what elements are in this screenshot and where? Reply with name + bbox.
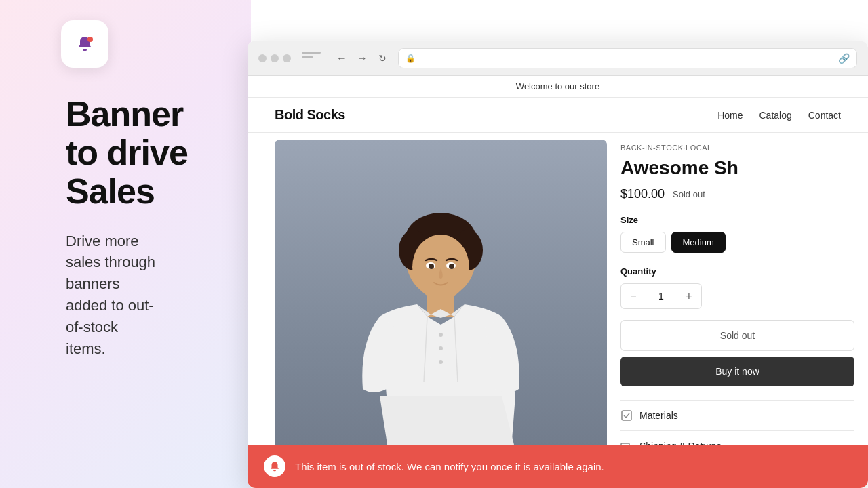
size-label: Size	[620, 215, 854, 225]
store-logo: Bold Socks	[275, 107, 345, 123]
svg-point-15	[449, 264, 454, 269]
refresh-button[interactable]: ↻	[375, 51, 390, 66]
sold-out-button: Sold out	[620, 320, 854, 351]
bell-icon	[73, 32, 97, 56]
quantity-value: 1	[646, 291, 677, 302]
quantity-label: Quantity	[620, 266, 854, 277]
svg-point-7	[412, 235, 469, 300]
banner-text: Welcome to our store	[516, 81, 599, 92]
svg-point-10	[439, 346, 443, 350]
size-options: Small Medium	[620, 232, 854, 253]
size-medium-button[interactable]: Medium	[671, 232, 726, 253]
store-navigation: Bold Socks Home Catalog Contact	[248, 98, 868, 133]
bell-svg	[269, 460, 281, 472]
nav-link-home[interactable]: Home	[717, 110, 743, 121]
notification-banner: This item is out of stock. We can notify…	[248, 445, 868, 488]
svg-rect-1	[83, 49, 87, 51]
size-small-button[interactable]: Small	[620, 232, 666, 253]
store-content: Welcome to our store Bold Socks Home Cat…	[248, 76, 868, 488]
notification-bell-icon	[264, 455, 285, 477]
main-headline: Banner to drive Sales	[66, 95, 188, 211]
browser-nav: ← → ↻	[334, 51, 390, 66]
quantity-decrease-button[interactable]: −	[621, 284, 646, 308]
dot-minimize[interactable]	[271, 54, 279, 62]
product-image-area	[275, 140, 607, 484]
dot-maximize[interactable]	[283, 54, 291, 62]
materials-icon	[620, 409, 633, 422]
svg-rect-16	[622, 411, 631, 420]
dot-close[interactable]	[258, 54, 267, 62]
sidebar-toggle-icon[interactable]	[302, 52, 321, 65]
product-title: Awesome Sh	[620, 157, 854, 179]
materials-label: Materials	[639, 410, 678, 421]
sold-out-badge: Sold out	[673, 189, 705, 199]
description-text: Drive more sales through banners added t…	[66, 232, 155, 357]
product-price-row: $100.00 Sold out	[620, 187, 854, 201]
forward-button[interactable]: →	[355, 51, 370, 66]
product-area: BACK-IN-STOCK·LOCAL Awesome Sh $100.00 S…	[248, 133, 868, 484]
left-text-block: Banner to drive Sales Drive more sales t…	[66, 95, 188, 360]
main-description: Drive more sales through banners added t…	[66, 230, 188, 360]
product-details: BACK-IN-STOCK·LOCAL Awesome Sh $100.00 S…	[607, 133, 868, 484]
product-tag: BACK-IN-STOCK·LOCAL	[620, 144, 854, 152]
quantity-increase-button[interactable]: +	[677, 284, 701, 308]
browser-window: ← → ↻ 🔒 🔗 Welcome to our store Bold Sock…	[248, 41, 868, 488]
browser-dots	[258, 54, 291, 62]
svg-point-11	[439, 360, 443, 364]
lock-icon: 🔒	[406, 54, 416, 63]
link-icon: 🔗	[838, 53, 850, 64]
accordion-materials[interactable]: Materials	[620, 401, 854, 431]
nav-link-catalog[interactable]: Catalog	[759, 110, 791, 121]
back-button[interactable]: ←	[334, 51, 349, 66]
nav-links: Home Catalog Contact	[717, 110, 841, 121]
product-price: $100.00	[620, 187, 665, 201]
svg-point-2	[87, 37, 93, 42]
browser-chrome: ← → ↻ 🔒 🔗	[248, 41, 868, 76]
svg-rect-20	[273, 470, 276, 471]
quantity-control: − 1 +	[620, 283, 702, 309]
store-announcement-banner: Welcome to our store	[248, 76, 868, 98]
nav-link-contact[interactable]: Contact	[808, 110, 841, 121]
address-bar[interactable]: 🔒 🔗	[398, 48, 857, 68]
product-photo	[326, 192, 556, 484]
svg-point-14	[429, 264, 434, 269]
headline-text: Banner to drive Sales	[66, 94, 188, 211]
bar2	[302, 56, 313, 58]
svg-point-9	[439, 333, 443, 337]
buy-now-button[interactable]: Buy it now	[620, 357, 854, 386]
bell-container	[61, 20, 108, 68]
notification-text: This item is out of stock. We can notify…	[295, 461, 604, 472]
bar1	[302, 52, 321, 54]
